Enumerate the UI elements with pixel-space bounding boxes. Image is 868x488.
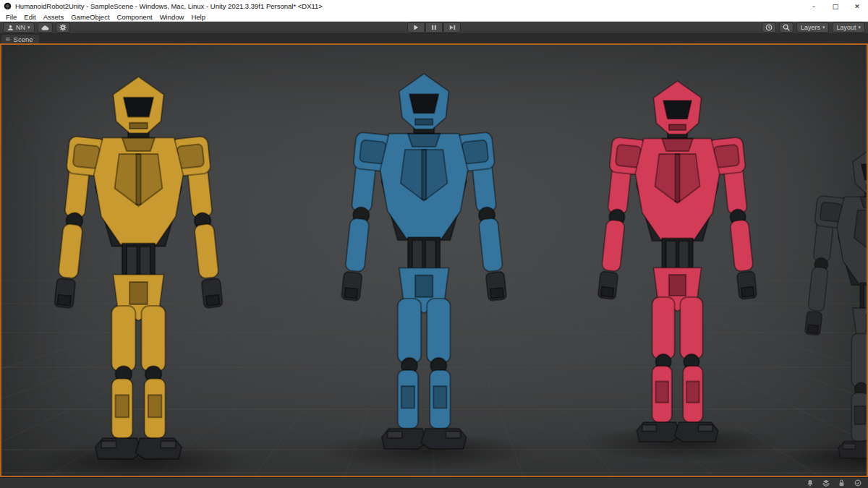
menu-help[interactable]: Help xyxy=(187,12,209,21)
scene-tab-bar: ≡ Scene xyxy=(0,34,868,43)
account-label: NN xyxy=(16,24,25,31)
search-icon xyxy=(783,24,790,31)
toolbar-right: Layers ▾ Layout ▾ xyxy=(762,22,865,33)
gear-icon xyxy=(59,24,67,31)
title-bar: HumanoidRobot2Unity - SampleScene - Wind… xyxy=(0,0,868,12)
search-button[interactable] xyxy=(779,22,793,33)
account-icon xyxy=(7,25,14,31)
pause-icon xyxy=(431,25,437,30)
menu-component[interactable]: Component xyxy=(114,12,156,21)
play-button[interactable] xyxy=(407,22,425,33)
layers-label: Layers xyxy=(801,24,820,31)
status-circle-icon[interactable] xyxy=(853,479,862,488)
tab-scene[interactable]: ≡ Scene xyxy=(1,35,39,43)
menu-edit[interactable]: Edit xyxy=(20,12,39,21)
step-icon xyxy=(449,25,456,30)
play-icon xyxy=(413,25,419,30)
cloud-icon xyxy=(41,25,49,31)
chevron-down-icon: ▾ xyxy=(822,25,825,30)
menu-file[interactable]: File xyxy=(2,12,20,21)
minimize-button[interactable]: – xyxy=(803,0,825,12)
step-button[interactable] xyxy=(443,22,461,33)
unity-logo-icon xyxy=(3,2,12,11)
tab-menu-icon[interactable]: ≡ xyxy=(5,35,11,43)
unity-window: HumanoidRobot2Unity - SampleScene - Wind… xyxy=(0,0,868,488)
lock-icon[interactable] xyxy=(837,479,846,488)
account-button[interactable]: NN ▾ xyxy=(3,22,35,33)
scene-view[interactable] xyxy=(0,43,868,477)
notifications-bell-icon[interactable] xyxy=(805,479,814,488)
pause-button[interactable] xyxy=(425,22,443,33)
close-button[interactable]: ✕ xyxy=(846,0,868,12)
layout-dropdown[interactable]: Layout ▾ xyxy=(832,22,865,33)
maximize-button[interactable]: □ xyxy=(825,0,846,12)
play-controls xyxy=(407,22,461,33)
settings-gear-button[interactable] xyxy=(56,22,70,33)
unlit-robot[interactable] xyxy=(801,146,868,461)
menu-window[interactable]: Window xyxy=(156,12,188,21)
toolbar: NN ▾ xyxy=(0,22,868,34)
menu-assets[interactable]: Assets xyxy=(40,12,68,21)
blue-robot[interactable] xyxy=(336,72,511,452)
window-controls: – □ ✕ xyxy=(803,0,868,12)
status-bar xyxy=(0,477,868,488)
red-robot[interactable] xyxy=(593,80,762,445)
chevron-down-icon: ▾ xyxy=(858,25,861,30)
history-icon xyxy=(765,24,773,31)
layers-stack-icon[interactable] xyxy=(821,479,830,488)
yellow-robot[interactable] xyxy=(49,75,228,462)
menu-bar: File Edit Assets GameObject Component Wi… xyxy=(0,12,868,22)
undo-history-button[interactable] xyxy=(762,22,776,33)
layers-dropdown[interactable]: Layers ▾ xyxy=(796,22,830,33)
window-title: HumanoidRobot2Unity - SampleScene - Wind… xyxy=(15,2,323,10)
cloud-button[interactable] xyxy=(38,22,53,33)
tab-scene-label: Scene xyxy=(14,35,33,43)
toolbar-left: NN ▾ xyxy=(3,22,70,33)
menu-gameobject[interactable]: GameObject xyxy=(67,12,113,21)
layout-label: Layout xyxy=(836,24,856,31)
chevron-down-icon: ▾ xyxy=(27,25,30,30)
